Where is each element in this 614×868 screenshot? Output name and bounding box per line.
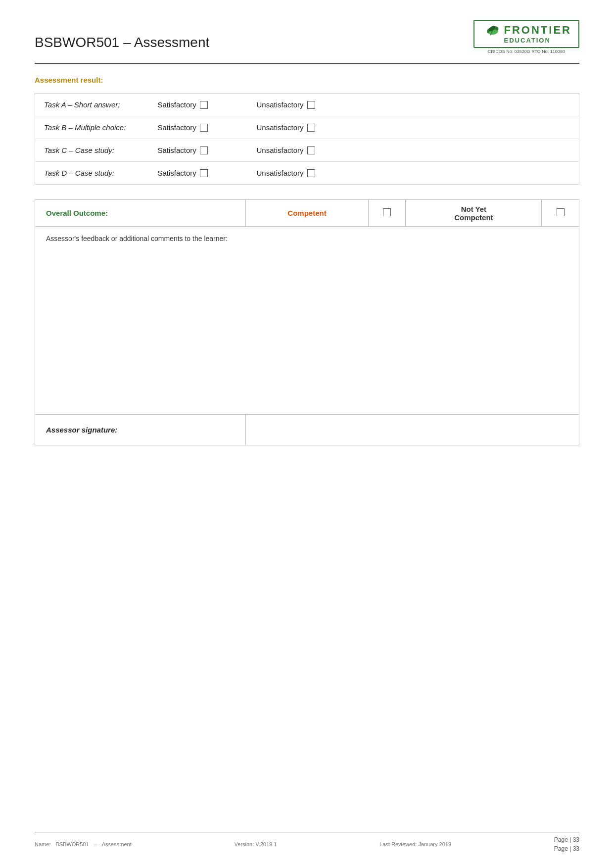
task-c-sat-box[interactable] bbox=[200, 146, 208, 154]
task-b-unsat-box[interactable] bbox=[307, 124, 315, 132]
task-c-unsat-checkbox[interactable]: Unsatisfactory bbox=[257, 146, 315, 154]
signature-row: Assessor signature: bbox=[35, 415, 579, 445]
logo-box: FRONTIER EDUCATION bbox=[473, 20, 579, 48]
task-d-name: Task D – Case study: bbox=[35, 162, 149, 185]
header-divider bbox=[35, 63, 579, 64]
overall-outcome-label: Overall Outcome: bbox=[35, 200, 246, 227]
competent-sub-label: Competent bbox=[454, 213, 493, 222]
footer-assessment-label: Assessment bbox=[102, 841, 132, 847]
outcome-header-row: Overall Outcome: Competent Not Yet Compe… bbox=[35, 200, 579, 227]
footer: Name: BSBWOR501 – Assessment Version: V.… bbox=[0, 832, 614, 853]
page-title: BSBWOR501 – Assessment bbox=[35, 35, 209, 50]
task-a-unsat: Unsatisfactory bbox=[248, 94, 579, 116]
logo-frontier-text: FRONTIER bbox=[504, 24, 571, 37]
not-yet-label: Not Yet bbox=[461, 205, 486, 213]
logo-area: FRONTIER EDUCATION CRICOS No: 03520G RTO… bbox=[473, 20, 579, 54]
not-yet-inner: Not Yet Competent bbox=[417, 205, 530, 222]
table-row: Task B – Multiple choice: Satisfactory U… bbox=[35, 116, 579, 139]
task-d-unsat-box[interactable] bbox=[307, 169, 315, 177]
competent-label: Competent bbox=[246, 200, 369, 227]
logo-sub-text: CRICOS No: 03520G RTO No: 110080 bbox=[488, 49, 565, 54]
task-a-name: Task A – Short answer: bbox=[35, 94, 149, 116]
task-d-sat: Satisfactory bbox=[149, 162, 248, 185]
feedback-cell: Assessor's feedback or additional commen… bbox=[35, 227, 579, 415]
task-c-sat: Satisfactory bbox=[149, 139, 248, 162]
task-a-sat-box[interactable] bbox=[200, 101, 208, 109]
task-b-sat-box[interactable] bbox=[200, 124, 208, 132]
logo-text: FRONTIER EDUCATION bbox=[504, 24, 571, 44]
task-c-sat-checkbox[interactable]: Satisfactory bbox=[158, 146, 208, 154]
signature-value[interactable] bbox=[246, 415, 579, 445]
task-b-name: Task B – Multiple choice: bbox=[35, 116, 149, 139]
not-yet-checkbox[interactable] bbox=[557, 208, 565, 216]
footer-left: Name: BSBWOR501 – Assessment bbox=[35, 841, 132, 847]
not-yet-checkbox-cell[interactable] bbox=[542, 200, 579, 227]
task-d-unsat: Unsatisfactory bbox=[248, 162, 579, 185]
task-d-sat-checkbox[interactable]: Satisfactory bbox=[158, 169, 208, 177]
task-b-unsat-checkbox[interactable]: Unsatisfactory bbox=[257, 123, 315, 132]
task-b-sat-label: Satisfactory bbox=[158, 123, 196, 132]
page-header: BSBWOR501 – Assessment FRONTIER EDUCATIO… bbox=[35, 20, 579, 54]
task-a-sat-label: Satisfactory bbox=[158, 100, 196, 109]
task-d-unsat-checkbox[interactable]: Unsatisfactory bbox=[257, 169, 315, 177]
frontier-leaf-icon bbox=[481, 25, 500, 44]
outcome-table: Overall Outcome: Competent Not Yet Compe… bbox=[35, 199, 579, 445]
task-b-sat-checkbox[interactable]: Satisfactory bbox=[158, 123, 208, 132]
task-b-sat: Satisfactory bbox=[149, 116, 248, 139]
footer-divider bbox=[35, 832, 579, 832]
footer-page: Page | 33 Page | 33 bbox=[554, 835, 579, 853]
task-b-unsat: Unsatisfactory bbox=[248, 116, 579, 139]
task-c-unsat-box[interactable] bbox=[307, 146, 315, 154]
footer-name-value: BSBWOR501 bbox=[55, 841, 89, 847]
task-a-unsat-label: Unsatisfactory bbox=[257, 100, 304, 109]
signature-label: Assessor signature: bbox=[35, 415, 246, 445]
footer-content: Name: BSBWOR501 – Assessment Version: V.… bbox=[35, 835, 579, 853]
table-row: Task C – Case study: Satisfactory Unsati… bbox=[35, 139, 579, 162]
feedback-row: Assessor's feedback or additional commen… bbox=[35, 227, 579, 415]
footer-page-label: Page | 33 bbox=[554, 835, 579, 844]
assessment-result-label: Assessment result: bbox=[35, 76, 579, 84]
task-d-sat-box[interactable] bbox=[200, 169, 208, 177]
task-c-unsat: Unsatisfactory bbox=[248, 139, 579, 162]
tasks-table: Task A – Short answer: Satisfactory Unsa… bbox=[35, 93, 579, 185]
competent-checkbox-cell[interactable] bbox=[368, 200, 406, 227]
footer-name-label: Name: bbox=[35, 841, 50, 847]
task-a-unsat-box[interactable] bbox=[307, 101, 315, 109]
footer-separator: – bbox=[94, 841, 97, 847]
feedback-label: Assessor's feedback or additional commen… bbox=[46, 235, 228, 242]
not-yet-competent-cell: Not Yet Competent bbox=[406, 200, 542, 227]
task-b-unsat-label: Unsatisfactory bbox=[257, 123, 304, 132]
task-c-sat-label: Satisfactory bbox=[158, 146, 196, 154]
table-row: Task D – Case study: Satisfactory Unsati… bbox=[35, 162, 579, 185]
task-c-name: Task C – Case study: bbox=[35, 139, 149, 162]
task-a-sat-checkbox[interactable]: Satisfactory bbox=[158, 100, 208, 109]
footer-page-label2: Page | 33 bbox=[554, 844, 579, 853]
footer-version: Version: V.2019.1 bbox=[234, 841, 277, 847]
task-a-unsat-checkbox[interactable]: Unsatisfactory bbox=[257, 100, 315, 109]
competent-checkbox[interactable] bbox=[383, 208, 391, 216]
footer-last-reviewed: Last Reviewed: January 2019 bbox=[379, 841, 451, 847]
task-d-unsat-label: Unsatisfactory bbox=[257, 169, 304, 177]
task-d-sat-label: Satisfactory bbox=[158, 169, 196, 177]
task-c-unsat-label: Unsatisfactory bbox=[257, 146, 304, 154]
task-a-sat: Satisfactory bbox=[149, 94, 248, 116]
logo-education-text: EDUCATION bbox=[504, 37, 571, 44]
table-row: Task A – Short answer: Satisfactory Unsa… bbox=[35, 94, 579, 116]
